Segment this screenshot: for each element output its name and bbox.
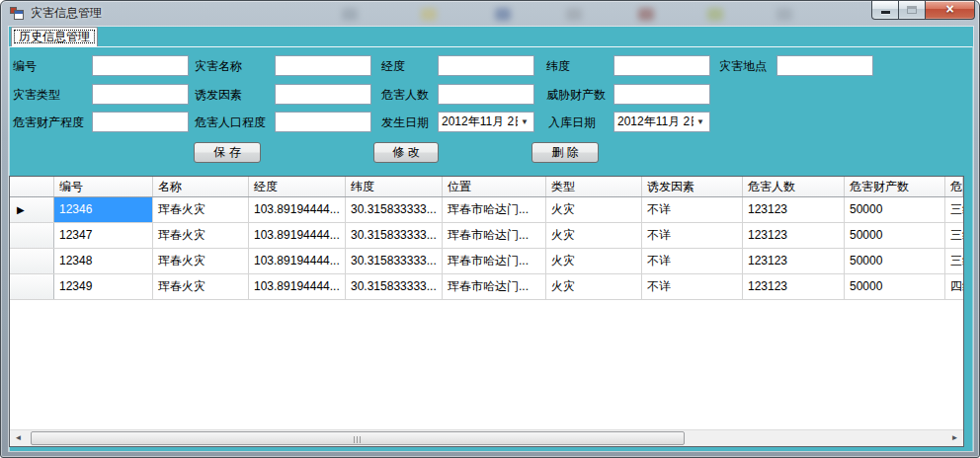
- table-row: 12348珲春火灾103.89194444...30.315833333...珲…: [10, 249, 963, 274]
- property-damage-degree-field[interactable]: [92, 112, 189, 132]
- grid-cell[interactable]: 珲春火灾: [153, 249, 249, 273]
- app-icon: [10, 7, 25, 21]
- horizontal-scrollbar[interactable]: ◄ ►: [10, 429, 963, 446]
- glass-reflection: [495, 8, 511, 21]
- chevron-down-icon[interactable]: ▼: [518, 113, 531, 131]
- number-field[interactable]: [92, 55, 189, 76]
- grid-cell[interactable]: 珲春火灾: [153, 197, 249, 222]
- longitude-field[interactable]: [438, 55, 534, 76]
- grid-cell[interactable]: 103.89194444...: [249, 274, 346, 299]
- population-damage-degree-field[interactable]: [275, 112, 371, 132]
- threatened-property-field[interactable]: [613, 84, 710, 105]
- grid-cell[interactable]: 三级: [945, 197, 963, 222]
- column-header[interactable]: 危害人数: [743, 177, 845, 196]
- maximize-button[interactable]: [899, 1, 926, 20]
- delete-button[interactable]: 删 除: [531, 142, 599, 163]
- row-header[interactable]: [10, 223, 54, 248]
- grid-cell[interactable]: 123123: [743, 223, 845, 248]
- column-header[interactable]: 危害: [945, 177, 963, 196]
- field-label: 入库日期: [548, 114, 596, 130]
- grid-cell[interactable]: 火灾: [546, 249, 642, 273]
- grid-cell[interactable]: 103.89194444...: [249, 249, 346, 273]
- grid-cell[interactable]: 珲春火灾: [153, 274, 249, 299]
- grid-cell[interactable]: 四级: [945, 274, 963, 299]
- row-header-corner[interactable]: [10, 177, 54, 196]
- column-header[interactable]: 危害财产数: [845, 177, 945, 196]
- disaster-name-field[interactable]: [275, 55, 371, 76]
- chevron-down-icon[interactable]: ▼: [694, 113, 707, 131]
- date-value: 2012年11月 2日: [617, 113, 701, 131]
- row-header[interactable]: [10, 249, 54, 273]
- row-header[interactable]: ▶: [10, 197, 54, 222]
- grid-cell[interactable]: 123123: [743, 197, 845, 222]
- grid-cell[interactable]: 不详: [642, 249, 743, 273]
- grid-cell[interactable]: 12346: [54, 197, 153, 222]
- column-header[interactable]: 纬度: [346, 177, 443, 196]
- grid-cell[interactable]: 不详: [642, 197, 743, 222]
- column-header[interactable]: 名称: [153, 177, 249, 196]
- close-button[interactable]: ×: [926, 1, 975, 20]
- modify-button[interactable]: 修 改: [373, 142, 439, 163]
- grid-cell[interactable]: 不详: [642, 223, 743, 248]
- tab-history-info[interactable]: 历史信息管理: [11, 27, 98, 46]
- grid-cell[interactable]: 火灾: [546, 274, 642, 299]
- grid-cell[interactable]: 50000: [845, 249, 945, 273]
- latitude-field[interactable]: [613, 55, 710, 76]
- column-header[interactable]: 经度: [249, 177, 346, 196]
- column-header[interactable]: 诱发因素: [642, 177, 743, 196]
- column-header[interactable]: 类型: [546, 177, 642, 196]
- grid-cell[interactable]: 珲春火灾: [153, 223, 249, 248]
- grid-cell[interactable]: 30.315833333...: [346, 249, 443, 273]
- column-header[interactable]: 位置: [443, 177, 546, 196]
- save-button[interactable]: 保 存: [194, 142, 261, 163]
- grid-cell[interactable]: 30.315833333...: [346, 274, 443, 299]
- grid-cell[interactable]: 12349: [54, 274, 153, 299]
- grid-cell[interactable]: 12347: [54, 223, 153, 248]
- entry-date-picker[interactable]: 2012年11月 2日 ▼: [613, 112, 710, 132]
- glass-reflection: [707, 8, 723, 21]
- grid-cell[interactable]: 火灾: [546, 223, 642, 248]
- close-icon: ×: [926, 1, 974, 18]
- grid-header: 编号名称经度纬度位置类型诱发因素危害人数危害财产数危害: [10, 177, 963, 197]
- grid-cell[interactable]: 123123: [743, 274, 845, 299]
- affected-people-field[interactable]: [438, 84, 534, 105]
- thumb-grip-icon: [354, 436, 363, 443]
- minimize-icon: [881, 11, 890, 14]
- grid-cell[interactable]: 珲春市哈达门...: [443, 197, 546, 222]
- scroll-right-icon[interactable]: ►: [946, 430, 963, 446]
- titlebar[interactable]: 灾害信息管理 ×: [1, 1, 979, 27]
- app-window: 灾害信息管理 × 历史信息管理 编号 灾害名称 经度 纬度 灾害地点 灾害类型 …: [0, 0, 980, 458]
- occurrence-date-picker[interactable]: 2012年11月 2日 ▼: [438, 112, 534, 132]
- grid-cell[interactable]: 30.315833333...: [346, 197, 443, 222]
- scroll-left-icon[interactable]: ◄: [10, 430, 27, 446]
- grid-cell[interactable]: 30.315833333...: [346, 223, 443, 248]
- field-label: 经度: [381, 58, 405, 74]
- scrollbar-thumb[interactable]: [31, 431, 685, 445]
- grid-cell[interactable]: 123123: [743, 249, 845, 273]
- client-area: 历史信息管理 编号 灾害名称 经度 纬度 灾害地点 灾害类型 诱发因素 危害人数…: [9, 27, 973, 451]
- field-label: 灾害名称: [195, 58, 242, 74]
- grid-cell[interactable]: 103.89194444...: [249, 223, 346, 248]
- location-field[interactable]: [776, 55, 873, 76]
- minimize-button[interactable]: [871, 1, 899, 20]
- trigger-factor-field[interactable]: [275, 84, 371, 105]
- glass-reflection: [776, 8, 792, 21]
- column-header[interactable]: 编号: [54, 177, 153, 196]
- grid-cell[interactable]: 不详: [642, 274, 743, 299]
- window-title: 灾害信息管理: [31, 1, 102, 26]
- grid-cell[interactable]: 103.89194444...: [249, 197, 346, 222]
- grid-cell[interactable]: 珲春市哈达门...: [443, 223, 546, 248]
- grid-cell[interactable]: 三级: [945, 223, 963, 248]
- grid-cell[interactable]: 珲春市哈达门...: [443, 249, 546, 273]
- current-row-indicator-icon: ▶: [17, 197, 25, 222]
- disaster-type-field[interactable]: [92, 84, 189, 105]
- grid-cell[interactable]: 三级: [945, 249, 963, 273]
- glass-reflection: [566, 8, 582, 21]
- row-header[interactable]: [10, 274, 54, 299]
- grid-cell[interactable]: 50000: [845, 197, 945, 222]
- grid-cell[interactable]: 珲春市哈达门...: [443, 274, 546, 299]
- grid-cell[interactable]: 50000: [845, 274, 945, 299]
- grid-cell[interactable]: 火灾: [546, 197, 642, 222]
- grid-cell[interactable]: 12348: [54, 249, 153, 273]
- grid-cell[interactable]: 50000: [845, 223, 945, 248]
